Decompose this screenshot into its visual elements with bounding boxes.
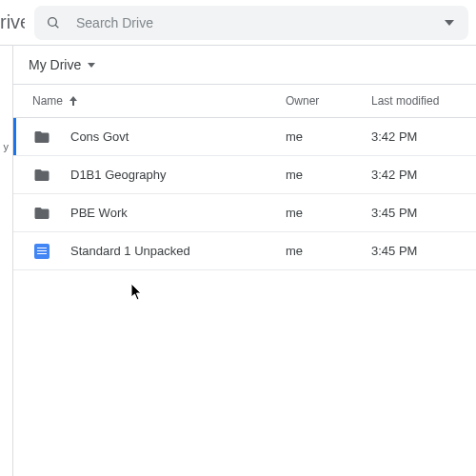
search-icon <box>44 13 63 32</box>
mouse-cursor <box>131 284 143 301</box>
file-name: PBE Work <box>70 206 128 220</box>
column-header-owner[interactable]: Owner <box>286 94 371 108</box>
table-header: Name Owner Last modified <box>13 84 476 118</box>
file-name: D1B1 Geography <box>70 168 166 182</box>
table-row[interactable]: PBE Workme3:45 PM <box>13 194 476 232</box>
main-area: My Drive Name Owner Last modified C <box>13 46 476 476</box>
folder-icon <box>32 204 51 223</box>
logo-text: rive <box>0 11 25 33</box>
table-row[interactable]: Cons Govtme3:42 PM <box>13 118 476 156</box>
breadcrumb[interactable]: My Drive <box>13 46 476 84</box>
column-header-modified[interactable]: Last modified <box>371 94 457 108</box>
sidebar-item-label: y <box>4 141 10 152</box>
file-name: Cons Govt <box>70 129 129 144</box>
file-table: Name Owner Last modified Cons Govtme3:42… <box>13 84 476 270</box>
cell-name: Cons Govt <box>32 128 286 147</box>
sort-asc-icon <box>69 96 78 106</box>
docs-icon <box>32 242 51 261</box>
file-name: Standard 1 Unpacked <box>70 244 190 258</box>
breadcrumb-label: My Drive <box>29 57 81 72</box>
cell-modified: 3:45 PM <box>371 244 457 258</box>
folder-icon <box>32 128 51 147</box>
search-bar[interactable] <box>34 6 468 40</box>
table-row[interactable]: D1B1 Geographyme3:42 PM <box>13 156 476 194</box>
cell-name: D1B1 Geography <box>32 166 286 185</box>
search-input[interactable] <box>76 15 440 30</box>
chevron-down-icon <box>87 60 96 69</box>
cell-name: Standard 1 Unpacked <box>32 242 286 261</box>
cell-modified: 3:42 PM <box>371 168 457 182</box>
header: rive <box>0 0 476 46</box>
search-options-icon[interactable] <box>440 20 459 26</box>
svg-line-1 <box>55 25 58 28</box>
cell-owner: me <box>286 206 371 220</box>
sidebar: y <box>0 46 13 476</box>
folder-icon <box>32 166 51 185</box>
table-row[interactable]: Standard 1 Unpackedme3:45 PM <box>13 232 476 270</box>
column-header-name[interactable]: Name <box>32 94 286 108</box>
cell-owner: me <box>286 129 371 144</box>
cell-name: PBE Work <box>32 204 286 223</box>
cell-owner: me <box>286 244 371 258</box>
svg-point-0 <box>49 17 57 26</box>
cell-modified: 3:45 PM <box>371 206 457 220</box>
cell-owner: me <box>286 168 371 182</box>
cell-modified: 3:42 PM <box>371 129 457 144</box>
